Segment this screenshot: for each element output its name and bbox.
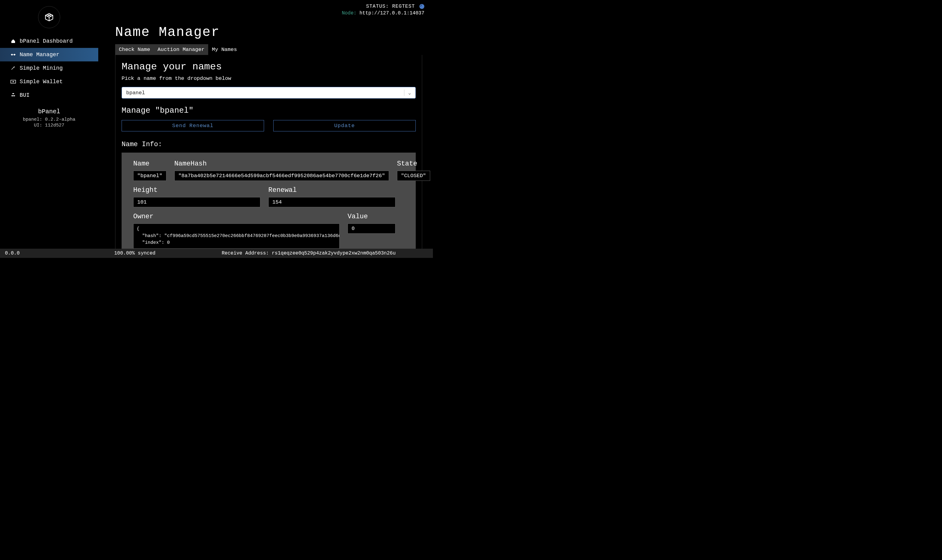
statusbar-version: 0.0.0 <box>5 251 114 256</box>
tab-auction-manager[interactable]: Auction Manager <box>154 44 208 55</box>
renewal-value[interactable]: 154 <box>268 197 396 207</box>
section-title: Manage your names <box>122 61 416 72</box>
status-check-icon <box>419 4 424 9</box>
sidebar-item-label: Simple Mining <box>20 65 63 71</box>
app-logo <box>38 6 60 28</box>
statusbar-address: Receive Address: rs1qeqzee0q529p4zak2yvd… <box>222 251 428 256</box>
manage-heading: Manage "bpanel" <box>122 106 416 115</box>
status-text: STATUS: REGTEST <box>342 4 424 9</box>
statusbar: 0.0.0 100.00% synced Receive Address: rs… <box>0 249 433 258</box>
value-label: Value <box>348 213 396 220</box>
app-version: bpanel: 0.2.2-alpha <box>0 117 98 122</box>
logo-icon <box>44 12 55 23</box>
update-button[interactable]: Update <box>273 120 416 131</box>
sidebar-item-bui[interactable]: BUI <box>0 88 98 102</box>
renewal-label: Renewal <box>268 186 396 194</box>
sidebar-item-label: BUI <box>20 92 29 98</box>
send-renewal-button[interactable]: Send Renewal <box>122 120 264 131</box>
ui-version: UI: 112d527 <box>0 123 98 128</box>
home-icon <box>11 39 16 44</box>
owner-value[interactable]: { "hash": "cf996a59cd5755515e270ec266bbf… <box>133 223 340 249</box>
value-value[interactable]: 0 <box>348 223 396 234</box>
tab-my-names[interactable]: My Names <box>208 44 241 55</box>
sidebar-item-simple-wallet[interactable]: Simple Wallet <box>0 75 98 88</box>
section-subtitle: Pick a name from the dropdown below <box>122 75 416 82</box>
statusbar-sync: 100.00% synced <box>114 251 222 256</box>
info-card: Name "bpanel" NameHash "8a7ba402b5e72146… <box>122 152 416 256</box>
wrench-icon <box>11 66 16 71</box>
name-value[interactable]: "bpanel" <box>133 171 166 181</box>
tabs: Check Name Auction Manager My Names <box>115 44 241 55</box>
namehash-label: NameHash <box>174 160 389 168</box>
state-label: State <box>397 160 430 168</box>
info-title: Name Info: <box>122 141 416 148</box>
node-info: Node: http://127.0.0.1:14037 <box>342 11 424 16</box>
app-info: bPanel bpanel: 0.2.2-alpha UI: 112d527 <box>0 108 98 128</box>
cubes-icon <box>11 93 16 98</box>
sidebar-item-label: Simple Wallet <box>20 78 63 85</box>
owner-label: Owner <box>133 213 340 220</box>
dropdown-value: bpanel <box>126 90 145 96</box>
sidebar-item-simple-mining[interactable]: Simple Mining <box>0 62 98 75</box>
chevron-down-icon: ⌄ <box>404 90 411 96</box>
handshake-icon <box>11 52 16 57</box>
sidebar-item-label: bPanel Dashboard <box>20 38 73 44</box>
name-dropdown[interactable]: bpanel ⌄ <box>122 87 416 98</box>
tab-check-name[interactable]: Check Name <box>115 44 154 55</box>
sidebar: bPanel Dashboard Name Manager Simple Min… <box>0 0 98 249</box>
page-title: Name Manager <box>115 25 422 40</box>
namehash-value[interactable]: "8a7ba402b5e7214666e54d599acbf5466edf995… <box>174 171 389 181</box>
height-label: Height <box>133 186 260 194</box>
wallet-icon <box>11 80 16 84</box>
sidebar-item-dashboard[interactable]: bPanel Dashboard <box>0 34 98 48</box>
svg-point-1 <box>12 81 14 82</box>
name-label: Name <box>133 160 166 168</box>
height-value[interactable]: 101 <box>133 197 260 207</box>
sidebar-item-label: Name Manager <box>20 52 60 58</box>
app-title: bPanel <box>0 108 98 115</box>
state-value[interactable]: "CLOSED" <box>397 171 430 181</box>
sidebar-item-name-manager[interactable]: Name Manager <box>0 48 98 62</box>
